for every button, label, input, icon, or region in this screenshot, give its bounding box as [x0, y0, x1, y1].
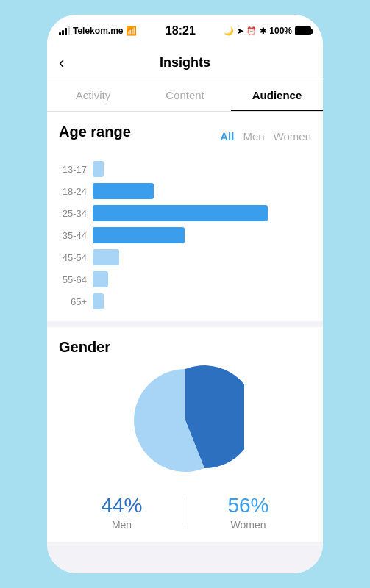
location-icon: ➤	[237, 26, 243, 36]
bar-label: 35-44	[59, 230, 87, 241]
bar-label: 45-54	[59, 252, 87, 263]
bar-fill	[93, 293, 104, 309]
bar-row-45-54: 45-54	[59, 249, 311, 265]
bar-row-55-64: 55-64	[59, 271, 311, 287]
bar-track	[93, 161, 311, 177]
bar-fill	[93, 271, 108, 287]
gender-stats: 44% Men 56% Women	[59, 494, 311, 531]
signal-bars	[59, 26, 70, 35]
filter-men[interactable]: Men	[243, 130, 264, 143]
gender-stat-men: 44% Men	[59, 494, 185, 531]
status-bar: Telekom.me 📶 18:21 🌙 ➤ ⏰ ✱ 100%	[47, 15, 323, 47]
status-right: 🌙 ➤ ⏰ ✱ 100%	[224, 26, 311, 36]
age-range-section: Age range All Men Women 13-17 18-24	[47, 112, 323, 321]
moon-icon: 🌙	[224, 26, 234, 36]
main-content: Age range All Men Women 13-17 18-24	[47, 112, 323, 573]
tab-activity[interactable]: Activity	[47, 79, 139, 111]
carrier-name: Telekom.me	[73, 26, 123, 36]
women-percent: 56%	[227, 494, 268, 517]
back-button[interactable]: ‹	[59, 55, 64, 71]
gender-title: Gender	[59, 339, 110, 355]
phone-frame: Telekom.me 📶 18:21 🌙 ➤ ⏰ ✱ 100% ‹ Insigh…	[47, 15, 323, 573]
wifi-icon: 📶	[126, 26, 137, 36]
filter-all[interactable]: All	[220, 130, 234, 143]
bar-label: 55-64	[59, 274, 87, 285]
bar-row-65plus: 65+	[59, 293, 311, 309]
bar-track	[93, 183, 311, 199]
page-title: Insights	[160, 55, 210, 71]
bluetooth-icon: ✱	[260, 26, 266, 36]
age-filter-buttons: All Men Women	[220, 130, 311, 143]
bar-fill	[93, 227, 185, 243]
tab-content[interactable]: Content	[139, 79, 231, 111]
bar-row-25-34: 25-34	[59, 205, 311, 221]
men-percent: 44%	[101, 494, 142, 517]
battery-text: 100%	[269, 26, 292, 36]
alarm-icon: ⏰	[246, 26, 257, 36]
bar-track	[93, 293, 311, 309]
bar-fill	[93, 161, 104, 177]
gender-stat-women: 56% Women	[185, 494, 311, 531]
battery-icon	[295, 26, 311, 35]
nav-bar: ‹ Insights	[47, 47, 323, 79]
gender-section: Gender	[47, 327, 323, 542]
bar-label: 25-34	[59, 208, 87, 219]
age-range-header: Age range All Men Women	[59, 123, 311, 149]
bar-track	[93, 271, 311, 287]
bar-fill	[93, 205, 268, 221]
bar-track	[93, 249, 311, 265]
tab-audience[interactable]: Audience	[231, 79, 323, 111]
bar-fill	[93, 183, 154, 199]
filter-women[interactable]: Women	[274, 130, 311, 143]
bar-fill	[93, 249, 119, 265]
women-label: Women	[231, 519, 266, 531]
bar-row-13-17: 13-17	[59, 161, 311, 177]
bar-label: 18-24	[59, 186, 87, 197]
bar-track	[93, 205, 311, 221]
tabs-bar: Activity Content Audience	[47, 79, 323, 112]
status-left: Telekom.me 📶	[59, 26, 137, 36]
bar-label: 13-17	[59, 164, 87, 175]
bar-label: 65+	[59, 296, 87, 307]
age-bar-chart: 13-17 18-24 25-34	[59, 161, 311, 309]
age-range-title: Age range	[59, 123, 131, 140]
gender-pie-chart-clean	[127, 362, 244, 479]
pie-container: 44% Men 56% Women	[59, 362, 311, 531]
men-label: Men	[112, 519, 132, 531]
status-time: 18:21	[166, 24, 196, 37]
bar-track	[93, 227, 311, 243]
bar-row-18-24: 18-24	[59, 183, 311, 199]
bar-row-35-44: 35-44	[59, 227, 311, 243]
